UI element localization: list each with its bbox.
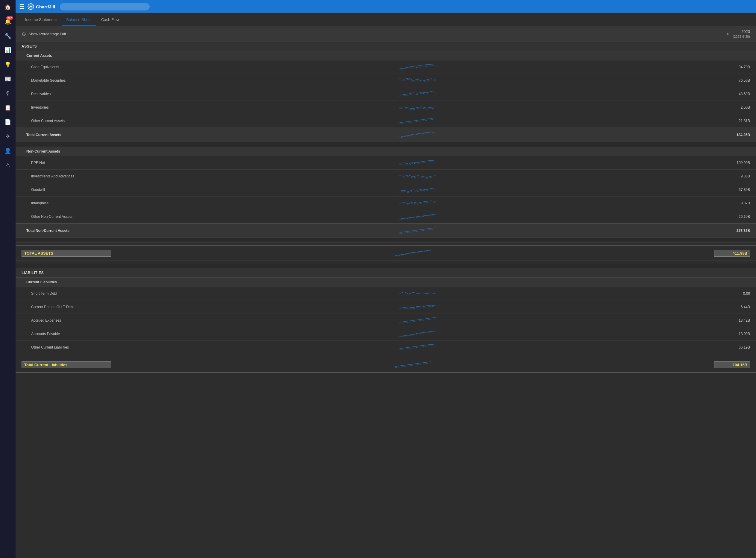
row-label: Investments And Advances	[31, 174, 121, 178]
table-row: Other Non-Current Assets 26.10B	[16, 210, 756, 224]
sidebar-item-alert[interactable]: ⚠	[2, 159, 14, 171]
controls-bar: ⊖ Show Percentage Diff < 2023 (2023-6-30…	[16, 26, 756, 42]
tab-income-statement[interactable]: Income Statement	[20, 14, 62, 26]
row-value: 6.44B	[714, 305, 750, 309]
table-row: Other Current Liabilities 66.19B	[16, 341, 756, 354]
sidebar-item-lightbulb[interactable]: 💡	[2, 59, 14, 71]
table-area: ⊖ Show Percentage Diff < 2023 (2023-6-30…	[16, 26, 756, 558]
year-sub-label: (2023-6-30)	[733, 34, 750, 39]
sidebar-item-chart[interactable]: 📊	[2, 44, 14, 56]
total-non-current-assets-row: Total Non-Current Assets 227.72B	[16, 224, 756, 238]
tab-balance-sheet[interactable]: Balance Sheet	[62, 14, 97, 26]
table-row: Marketable Securities 76.56B	[16, 74, 756, 87]
subtotal-label: Total Non-Current Assets	[26, 229, 121, 233]
row-label: Other Non-Current Assets	[31, 214, 121, 219]
row-value: 21.81B	[714, 119, 750, 123]
sparkline-chart	[121, 289, 714, 298]
nav-left-arrow[interactable]: <	[726, 31, 729, 37]
year-display: 2023 (2023-6-30)	[733, 29, 750, 39]
sparkline-chart	[121, 117, 714, 125]
sidebar-item-podcast[interactable]: 🎙	[2, 87, 14, 99]
row-value: 109.99B	[714, 161, 750, 165]
sparkline-chart	[111, 249, 714, 258]
sidebar-item-list[interactable]: 📄	[2, 116, 14, 128]
notification-badge: 297	[6, 16, 13, 20]
sidebar-item-wrench[interactable]: 🔧	[2, 30, 14, 42]
table-row: Intangibles 9.37B	[16, 197, 756, 210]
subtotal-value: 227.72B	[714, 229, 750, 233]
table-row: Cash Equivalents 34.70B	[16, 60, 756, 74]
sparkline-chart	[121, 172, 714, 181]
sparkline-chart	[121, 130, 714, 140]
main-wrapper: ☰ ChartMill Income Statement Balance She…	[16, 0, 756, 558]
row-value: 67.89B	[714, 187, 750, 192]
row-label: Accounts Payable	[31, 332, 121, 336]
subtotal-label: Total Current Assets	[26, 133, 121, 137]
current-assets-header: Current Assets	[16, 51, 756, 60]
app-title: ChartMill	[36, 4, 55, 9]
sparkline-chart	[121, 212, 714, 221]
row-value: 0.00	[714, 291, 750, 296]
row-label: PPE Net	[31, 161, 121, 165]
sparkline-chart	[121, 303, 714, 311]
sparkline-chart	[121, 185, 714, 194]
row-label: Cash Equivalents	[31, 65, 121, 69]
app-logo: ChartMill	[28, 3, 55, 10]
total-assets-label: TOTAL ASSETS	[22, 250, 111, 257]
row-value: 76.56B	[714, 78, 750, 82]
spacer	[16, 238, 756, 243]
subtotal-value: 184.26B	[714, 133, 750, 137]
row-label: Inventories	[31, 105, 121, 109]
toggle-icon[interactable]: ⊖	[22, 31, 26, 37]
row-label: Short Term Debt	[31, 291, 121, 296]
sparkline-chart	[121, 199, 714, 208]
row-value: 26.10B	[714, 214, 750, 219]
content-area: Income Statement Balance Sheet Cash Flow…	[16, 13, 756, 558]
row-value: 2.50B	[714, 105, 750, 109]
table-row: Inventories 2.50B	[16, 101, 756, 114]
total-current-liabilities-value: 104.15B	[714, 361, 750, 368]
search-input[interactable]	[60, 3, 150, 10]
row-value: 66.19B	[714, 345, 750, 350]
row-label: Receivables	[31, 92, 121, 96]
year-label: 2023	[733, 29, 750, 34]
tabs-bar: Income Statement Balance Sheet Cash Flow	[16, 13, 756, 26]
table-row: PPE Net 109.99B	[16, 156, 756, 170]
sparkline-chart	[111, 360, 714, 369]
row-value: 34.70B	[714, 65, 750, 69]
table-row: Accrued Expenses 13.42B	[16, 314, 756, 327]
row-label: Marketable Securities	[31, 78, 121, 82]
sidebar-item-bell[interactable]: 🔔 297	[2, 16, 14, 27]
sidebar-item-clipboard[interactable]: 📋	[2, 102, 14, 114]
total-current-liabilities-label: Total Current Liabilities	[22, 361, 111, 368]
spacer	[16, 142, 756, 147]
sparkline-chart	[121, 90, 714, 98]
sidebar-item-newspaper[interactable]: 📰	[2, 73, 14, 85]
table-row: Receivables 48.69B	[16, 87, 756, 101]
sparkline-chart	[121, 329, 714, 338]
tab-cash-flow[interactable]: Cash Flow	[96, 14, 124, 26]
table-row: Other Current Assets 21.81B	[16, 114, 756, 128]
row-label: Other Current Assets	[31, 119, 121, 123]
row-value: 48.69B	[714, 92, 750, 96]
sparkline-chart	[121, 226, 714, 235]
liabilities-section-header: LIABILITIES	[16, 269, 756, 278]
row-label: Other Current Liabilities	[31, 345, 121, 350]
table-row: Short Term Debt 0.00	[16, 287, 756, 300]
year-column: < 2023 (2023-6-30)	[726, 29, 750, 39]
non-current-assets-header: Non-Current Assets	[16, 147, 756, 156]
hamburger-menu[interactable]: ☰	[19, 3, 25, 10]
table-row: Current Portion Of LT Debt. 6.44B	[16, 300, 756, 314]
sidebar-item-plane[interactable]: ✈	[2, 130, 14, 143]
row-label: Current Portion Of LT Debt.	[31, 305, 121, 309]
sidebar-item-home[interactable]: 🏠	[2, 1, 14, 13]
row-value: 9.37B	[714, 201, 750, 205]
sidebar: 🏠 🔔 297 🔧 📊 💡 📰 🎙 📋 📄 ✈ 👤 ⚠	[0, 0, 16, 558]
assets-section-header: ASSETS	[16, 42, 756, 51]
table-row: Investments And Advances 9.88B	[16, 170, 756, 183]
sidebar-item-user[interactable]: 👤	[2, 145, 14, 157]
row-label: Intangibles	[31, 201, 121, 205]
topbar: ☰ ChartMill	[16, 0, 756, 13]
row-value: 18.09B	[714, 332, 750, 336]
row-label: Accrued Expenses	[31, 318, 121, 323]
